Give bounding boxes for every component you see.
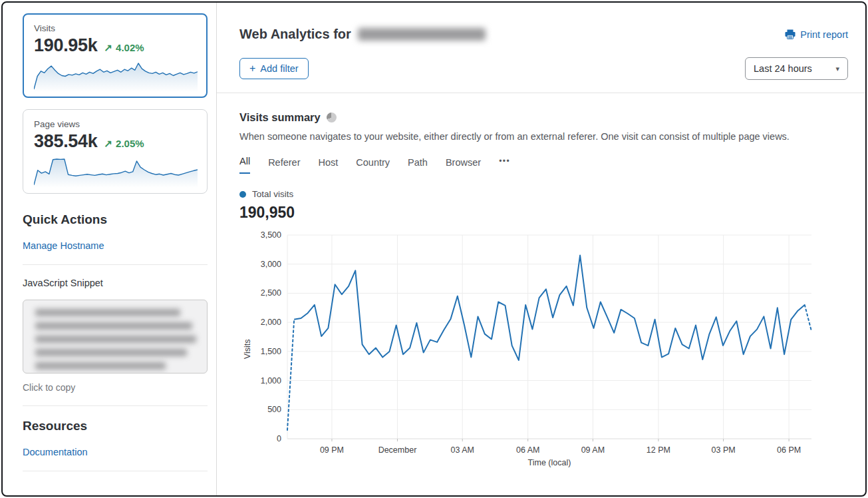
- tab-all[interactable]: All: [239, 156, 250, 174]
- metric-card-visits[interactable]: Visits 190.95k ↗ 4.02%: [23, 13, 208, 98]
- add-filter-label: Add filter: [260, 63, 298, 74]
- redacted-code-line: [35, 349, 187, 356]
- svg-text:12 PM: 12 PM: [647, 445, 670, 455]
- svg-text:1,500: 1,500: [261, 347, 281, 356]
- svg-text:03 PM: 03 PM: [712, 445, 736, 455]
- total-visits-value: 190,950: [239, 204, 848, 222]
- visits-sparkline: [34, 60, 198, 92]
- visits-line-chart: 05001,0001,5002,0002,5003,0003,50009 PMD…: [239, 228, 833, 468]
- legend-label: Total visits: [252, 189, 293, 199]
- svg-text:06 PM: 06 PM: [777, 445, 801, 455]
- tab-browser[interactable]: Browser: [446, 157, 481, 174]
- metric-delta: ↗ 2.05%: [104, 138, 144, 150]
- time-range-select[interactable]: Last 24 hours ▾: [745, 57, 848, 80]
- svg-text:Visits: Visits: [243, 340, 252, 360]
- redacted-code-line: [35, 309, 180, 316]
- visits-summary-title: Visits summary: [239, 111, 321, 124]
- add-filter-button[interactable]: + Add filter: [239, 58, 309, 79]
- help-pie-icon: [327, 113, 337, 123]
- visits-summary-description: When someone navigates to your website, …: [239, 131, 848, 142]
- sidebar: Visits 190.95k ↗ 4.02% Page views 385.54…: [3, 3, 217, 495]
- divider: [23, 264, 208, 265]
- metric-value: 385.54k: [34, 131, 98, 152]
- svg-text:06 AM: 06 AM: [516, 445, 539, 455]
- tab-path[interactable]: Path: [408, 157, 428, 174]
- svg-text:Time (local): Time (local): [528, 458, 571, 467]
- page-views-sparkline: [34, 156, 198, 188]
- time-range-value: Last 24 hours: [754, 63, 812, 74]
- svg-text:2,000: 2,000: [261, 318, 281, 327]
- trend-up-icon: ↗: [104, 138, 113, 150]
- metric-delta-value: 2.05%: [116, 138, 144, 149]
- js-snippet-box[interactable]: [23, 300, 208, 374]
- redacted-domain: [358, 28, 486, 41]
- redacted-code-line: [35, 362, 166, 370]
- redacted-code-line: [35, 322, 192, 330]
- documentation-link[interactable]: Documentation: [23, 447, 88, 457]
- svg-text:0: 0: [277, 434, 281, 443]
- tab-host[interactable]: Host: [318, 157, 338, 174]
- legend-dot-icon: [239, 191, 246, 198]
- js-snippet-label: JavaScript Snippet: [23, 278, 207, 288]
- svg-text:1,000: 1,000: [261, 376, 281, 385]
- tab-country[interactable]: Country: [356, 157, 390, 174]
- plus-icon: +: [249, 63, 255, 74]
- metric-value: 190.95k: [34, 35, 98, 56]
- svg-text:09 PM: 09 PM: [320, 445, 344, 455]
- svg-text:3,000: 3,000: [261, 260, 281, 269]
- page-title: Web Analytics for: [239, 27, 351, 42]
- metric-label: Page views: [34, 119, 196, 129]
- svg-text:09 AM: 09 AM: [581, 445, 605, 455]
- svg-text:December: December: [378, 445, 417, 455]
- summary-tabs: All Referer Host Country Path Browser ••…: [239, 156, 848, 174]
- chevron-down-icon: ▾: [835, 65, 839, 73]
- metric-delta: ↗ 4.02%: [104, 42, 144, 54]
- metric-card-page-views[interactable]: Page views 385.54k ↗ 2.05%: [23, 109, 208, 194]
- svg-text:03 AM: 03 AM: [450, 445, 474, 455]
- svg-text:500: 500: [267, 405, 281, 414]
- manage-hostname-link[interactable]: Manage Hostname: [23, 240, 104, 251]
- quick-actions-heading: Quick Actions: [23, 212, 207, 227]
- print-report-label: Print report: [800, 29, 848, 40]
- divider: [217, 93, 865, 93]
- main-content: Web Analytics for Print report + Add fil…: [217, 3, 865, 495]
- print-report-link[interactable]: Print report: [785, 29, 848, 40]
- metric-label: Visits: [34, 23, 196, 33]
- svg-text:2,500: 2,500: [261, 288, 281, 298]
- metric-delta-value: 4.02%: [116, 42, 144, 53]
- svg-text:3,500: 3,500: [261, 230, 281, 240]
- resources-heading: Resources: [23, 419, 207, 433]
- divider: [23, 405, 208, 406]
- tab-referer[interactable]: Referer: [268, 157, 300, 174]
- click-to-copy-hint: Click to copy: [23, 382, 207, 393]
- redacted-code-line: [35, 336, 196, 343]
- printer-icon: [785, 29, 796, 39]
- trend-up-icon: ↗: [104, 42, 113, 54]
- more-tabs-button[interactable]: •••: [499, 156, 510, 174]
- divider: [23, 471, 208, 471]
- app-window: Visits 190.95k ↗ 4.02% Page views 385.54…: [1, 1, 867, 497]
